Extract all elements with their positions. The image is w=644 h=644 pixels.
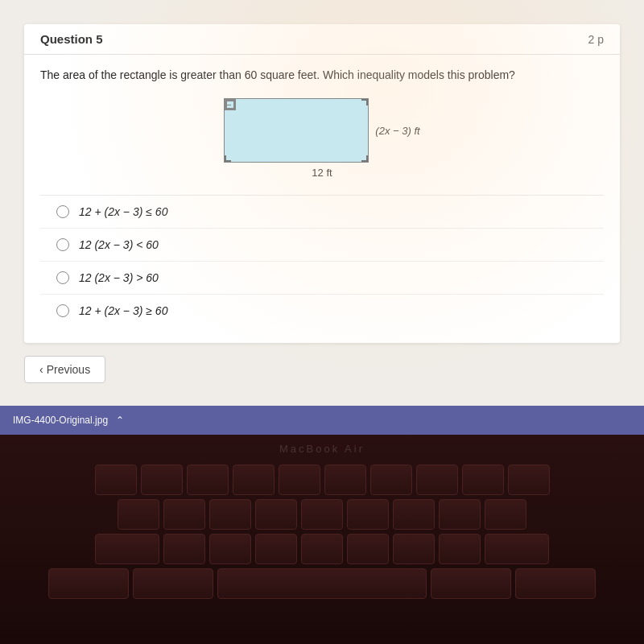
bottom-label: 12 ft xyxy=(312,167,332,179)
corner-br xyxy=(361,155,368,162)
key-s[interactable] xyxy=(163,499,205,530)
option-text-a: 12 + (2x − 3) ≤ 60 xyxy=(79,205,167,218)
key-row-1 xyxy=(16,464,628,495)
key-ctrl-right[interactable] xyxy=(515,568,596,599)
key-a[interactable] xyxy=(118,499,159,530)
option-row-a[interactable]: 12 + (2x − 3) ≤ 60 xyxy=(40,196,604,229)
question-number: Question 5 xyxy=(40,32,103,46)
rectangle-shape xyxy=(224,98,369,163)
key-h[interactable] xyxy=(347,499,389,530)
key-t[interactable] xyxy=(279,464,320,495)
option-row-b[interactable]: 12 (2x − 3) < 60 xyxy=(40,229,604,262)
question-body: The area of the rectangle is greater tha… xyxy=(24,55,620,343)
key-e[interactable] xyxy=(187,464,229,495)
corner-tl xyxy=(225,99,231,105)
key-space[interactable] xyxy=(217,568,427,599)
key-k[interactable] xyxy=(439,499,481,530)
macbook-label: MacBook Air xyxy=(279,443,365,455)
key-i[interactable] xyxy=(416,464,458,495)
previous-button[interactable]: ‹ Previous xyxy=(24,356,105,383)
download-filename: IMG-4400-Original.jpg xyxy=(13,415,108,426)
key-v[interactable] xyxy=(301,534,343,564)
key-u[interactable] xyxy=(370,464,412,495)
key-row-3 xyxy=(16,534,628,564)
key-row-2 xyxy=(16,499,628,530)
key-f[interactable] xyxy=(255,499,297,530)
key-o[interactable] xyxy=(462,464,504,495)
corner-tr xyxy=(361,99,368,105)
key-c[interactable] xyxy=(255,534,297,564)
key-r[interactable] xyxy=(233,464,275,495)
key-z[interactable] xyxy=(163,534,205,564)
rectangle-wrapper: (2x − 3) ft xyxy=(224,98,419,163)
diagram-area: (2x − 3) ft 12 ft xyxy=(40,98,604,179)
key-p[interactable] xyxy=(508,464,550,495)
download-bar: IMG-4400-Original.jpg ⌃ xyxy=(0,406,644,435)
key-shift-right[interactable] xyxy=(485,534,549,564)
key-j[interactable] xyxy=(393,499,435,530)
key-b[interactable] xyxy=(347,534,389,564)
radio-c[interactable] xyxy=(56,271,69,284)
key-alt[interactable] xyxy=(133,568,213,599)
key-g[interactable] xyxy=(301,499,343,530)
screen: Question 5 2 p The area of the rectangle… xyxy=(0,0,644,435)
key-shift[interactable] xyxy=(95,534,159,564)
side-label: (2x − 3) ft xyxy=(375,125,419,137)
corner-bl xyxy=(225,155,231,162)
previous-chevron-icon: ‹ xyxy=(39,363,43,376)
key-l[interactable] xyxy=(485,499,526,530)
keyboard-rows xyxy=(0,464,644,599)
key-y[interactable] xyxy=(324,464,366,495)
key-alt-right[interactable] xyxy=(431,568,511,599)
question-header: Question 5 2 p xyxy=(24,24,620,55)
key-d[interactable] xyxy=(209,499,251,530)
option-text-d: 12 + (2x − 3) ≥ 60 xyxy=(79,304,167,317)
key-x[interactable] xyxy=(209,534,251,564)
key-row-4 xyxy=(16,568,628,599)
key-n[interactable] xyxy=(393,534,435,564)
radio-d[interactable] xyxy=(56,304,69,317)
key-q[interactable] xyxy=(95,464,137,495)
key-ctrl[interactable] xyxy=(48,568,129,599)
key-w[interactable] xyxy=(141,464,183,495)
question-points: 2 p xyxy=(588,33,604,46)
option-row-c[interactable]: 12 (2x − 3) > 60 xyxy=(40,262,604,295)
previous-label: Previous xyxy=(47,363,90,376)
question-text: The area of the rectangle is greater tha… xyxy=(40,67,604,84)
radio-b[interactable] xyxy=(56,238,69,251)
option-text-c: 12 (2x − 3) > 60 xyxy=(79,271,159,284)
options-area: 12 + (2x − 3) ≤ 60 12 (2x − 3) < 60 12 (… xyxy=(40,195,604,327)
chevron-up-icon[interactable]: ⌃ xyxy=(116,415,124,426)
question-card: Question 5 2 p The area of the rectangle… xyxy=(24,24,620,343)
option-row-d[interactable]: 12 + (2x − 3) ≥ 60 xyxy=(40,295,604,327)
radio-a[interactable] xyxy=(56,205,69,218)
option-text-b: 12 (2x − 3) < 60 xyxy=(79,238,159,251)
keyboard-area: MacBook Air xyxy=(0,435,644,644)
key-m[interactable] xyxy=(439,534,481,564)
